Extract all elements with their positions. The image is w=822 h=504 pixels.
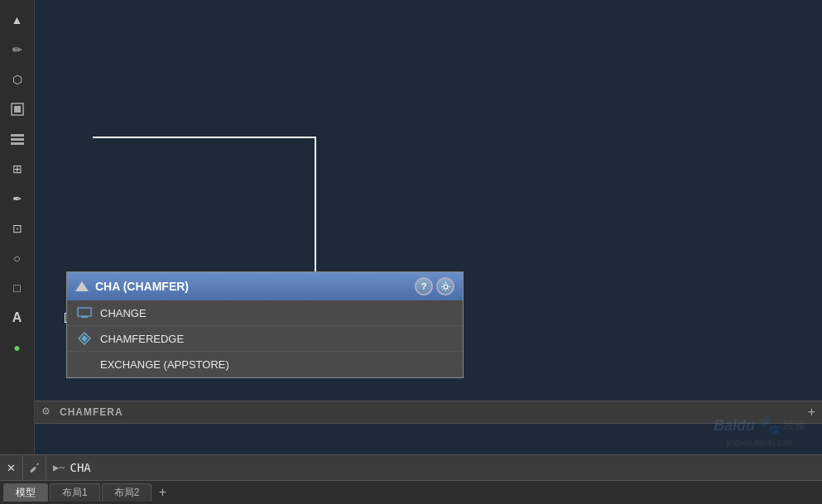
chamfera-bar-text: CHAMFERA	[60, 406, 803, 418]
left-toolbar: ▲ ✏ ⬡ ⊞ ✒ ⊡ ○ □ A ●	[0, 0, 35, 454]
svg-rect-4	[11, 142, 24, 145]
autocomplete-item-exchange[interactable]: EXCHANGE (APPSTORE)	[67, 352, 463, 377]
toolbar-arrow-icon[interactable]: ▲	[4, 7, 31, 33]
autocomplete-item-chamferedge-label: CHAMFEREDGE	[100, 333, 184, 345]
tab-add-button[interactable]: +	[153, 483, 171, 502]
toolbar-layers-icon[interactable]	[4, 126, 31, 152]
baidu-url-text: jingyan.baidu.com	[726, 438, 793, 447]
toolbar-select-icon[interactable]: ⊡	[4, 215, 31, 242]
svg-marker-9	[81, 335, 88, 342]
tab-layout1[interactable]: 布局1	[50, 483, 100, 502]
baidu-logo-text: Baidu	[714, 417, 755, 434]
tab-bar: 模型 布局1 布局2 +	[0, 481, 822, 504]
canvas-drawing	[93, 137, 316, 281]
autocomplete-header-left: CHA (CHAMFER)	[75, 280, 189, 293]
prompt-symbol: ▶~	[53, 462, 65, 473]
chamferedge-icon	[77, 331, 92, 346]
baidu-jingyan-text: 经验	[784, 418, 805, 433]
toolbar-pencil-icon[interactable]: ✏	[4, 36, 31, 63]
autocomplete-item-exchange-label: EXCHANGE (APPSTORE)	[100, 358, 229, 371]
tab-model[interactable]: 模型	[3, 483, 48, 502]
autocomplete-header-icons: ?	[415, 277, 454, 295]
command-wrench-button[interactable]	[23, 454, 46, 481]
autocomplete-item-chamferedge[interactable]: CHAMFEREDGE	[67, 326, 463, 352]
autocomplete-item-change-label: CHANGE	[100, 307, 147, 319]
command-input[interactable]	[70, 461, 815, 474]
autocomplete-item-change[interactable]: CHANGE	[67, 300, 463, 326]
change-monitor-icon	[77, 305, 92, 320]
toolbar-dot-icon[interactable]: ●	[4, 334, 31, 361]
chamfera-bar: ⚙ CHAMFERA +	[35, 401, 822, 424]
toolbar-rect-icon[interactable]: □	[4, 275, 31, 301]
canvas-area	[35, 0, 822, 454]
autocomplete-header: CHA (CHAMFER) ?	[67, 272, 463, 300]
svg-rect-2	[11, 134, 24, 137]
svg-rect-10	[30, 467, 36, 473]
toolbar-box1-icon[interactable]	[4, 96, 31, 122]
command-close-button[interactable]: ✕	[0, 454, 23, 481]
tab-layout2[interactable]: 布局2	[102, 483, 152, 502]
toolbar-grid-icon[interactable]: ⊞	[4, 156, 31, 182]
toolbar-text-icon[interactable]: A	[4, 305, 31, 331]
autocomplete-header-text: CHA (CHAMFER)	[95, 280, 189, 293]
chamfera-gear-icon: ⚙	[41, 406, 55, 419]
autocomplete-dropdown: CHA (CHAMFER) ? CHANGE CHAMFEREDGE EXCHA…	[66, 271, 464, 378]
chamfer-triangle-icon	[75, 281, 89, 291]
svg-rect-3	[11, 138, 24, 141]
exchange-icon	[77, 357, 92, 372]
toolbar-circle-icon[interactable]: ○	[4, 245, 31, 271]
settings-icon-button[interactable]	[436, 277, 454, 295]
svg-rect-6	[78, 308, 91, 316]
baidu-bear-icon: 🐾	[758, 415, 781, 436]
help-icon-button[interactable]: ?	[415, 277, 433, 295]
command-prompt-area: ▶~	[46, 461, 822, 474]
toolbar-hex-icon[interactable]: ⬡	[4, 66, 31, 93]
chamfera-bar-plus[interactable]: +	[808, 405, 815, 420]
svg-rect-7	[81, 316, 88, 318]
toolbar-edit-icon[interactable]: ✒	[4, 185, 31, 212]
command-area: ✕ ▶~ Baidu 🐾 经验 jingyan.baidu.com	[0, 454, 822, 481]
svg-rect-1	[14, 106, 21, 113]
baidu-watermark: Baidu 🐾 经验 jingyan.baidu.com	[714, 415, 805, 447]
